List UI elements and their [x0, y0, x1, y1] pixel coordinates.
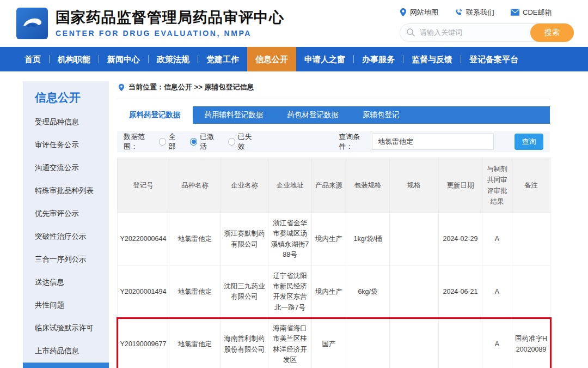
nav-item-5[interactable]: 信息公开 — [247, 47, 296, 71]
column-header-0: 登记号 — [118, 158, 169, 213]
table-cell-0-2: 浙江赛默制药有限公司 — [221, 213, 268, 266]
nav-item-0[interactable]: 首页 — [16, 47, 49, 71]
table-cell-2-0: Y20190009677 — [118, 318, 169, 368]
sidebar-item-11[interactable]: 原辅包登记信息 — [23, 363, 109, 368]
site-header: 国家药品监督管理局药品审评中心 CENTER FOR DRUG EVALUATI… — [0, 0, 588, 47]
scope-option-1[interactable]: 已激活 — [190, 132, 219, 152]
table-cell-0-9 — [512, 213, 550, 266]
site-title-block: 国家药品监督管理局药品审评中心 CENTER FOR DRUG EVALUATI… — [56, 9, 284, 38]
column-header-3: 企业地址 — [268, 158, 312, 213]
tab-3[interactable]: 原辅包登记 — [351, 106, 412, 124]
nav-item-6[interactable]: 申请人之窗 — [296, 47, 353, 71]
table-body: Y20220000644地氯雷他定浙江赛默制药有限公司浙江省金华市婺城区汤溪镇永… — [118, 213, 550, 368]
table-cell-1-6 — [390, 266, 439, 318]
sidebar-title: 信息公开 — [23, 81, 109, 111]
table-head: 登记号品种名称企业名称企业地址产品来源包装规格规格更新日期与制剂共同审评审批结果… — [118, 158, 550, 213]
sidebar-item-4[interactable]: 优先审评公示 — [23, 202, 109, 225]
query-button[interactable]: 查询 — [514, 134, 543, 150]
table-row-highlighted: Y20190009677地氯雷他定海南普利制药股份有限公司海南省海口市美兰区桂林… — [118, 318, 550, 368]
main-content: 当前位置：信息公开 >> 原辅包登记信息 原料药登记数据药用辅料登记数据药包材登… — [117, 81, 550, 368]
nav-item-9[interactable]: 登记备案平台 — [461, 47, 526, 71]
column-header-8: 与制剂共同审评审批结果 — [482, 158, 512, 213]
sidebar-item-5[interactable]: 突破性治疗公示 — [23, 225, 109, 248]
table-cell-0-3: 浙江省金华市婺城区汤溪镇永湖街788号 — [268, 213, 312, 266]
search-icon — [406, 28, 415, 37]
scope-option-2[interactable]: 已失效 — [228, 132, 257, 152]
site-subtitle: CENTER FOR DRUG EVALUATION, NMPA — [56, 29, 284, 38]
column-header-6: 规格 — [390, 158, 439, 213]
sidebar-item-9[interactable]: 临床试验默示许可 — [23, 317, 109, 340]
table-cell-0-6 — [390, 213, 439, 266]
table-cell-1-4: 境内生产 — [312, 266, 346, 318]
table-cell-2-4: 国产 — [312, 318, 346, 368]
tab-2[interactable]: 药包材登记数据 — [275, 106, 351, 124]
column-header-2: 企业名称 — [221, 158, 268, 213]
table-cell-1-2: 沈阳三九药业有限公司 — [221, 266, 268, 318]
table-cell-2-7 — [439, 318, 482, 368]
sitemap-link[interactable]: 网站地图 — [400, 8, 438, 17]
table-cell-2-6 — [390, 318, 439, 368]
table-cell-0-5: 1kg/袋/桶 — [346, 213, 390, 266]
sidebar-item-7[interactable]: 送达信息 — [23, 271, 109, 294]
sidebar-item-6[interactable]: 三合一序列公示 — [23, 248, 109, 271]
nav-item-7[interactable]: 办事服务 — [354, 47, 403, 71]
logo-swoosh-icon — [20, 11, 45, 36]
table-cell-1-3: 辽宁省沈阳市新民经济开发区东营北一路7号 — [268, 266, 312, 318]
table-cell-2-1: 地氯雷他定 — [169, 318, 221, 368]
nav-item-4[interactable]: 党建工作 — [198, 47, 247, 71]
table-cell-2-5 — [346, 318, 390, 368]
cde-mail-link[interactable]: CDE邮箱 — [511, 8, 552, 17]
table-cell-2-9: 国药准字H20020089 — [512, 318, 550, 368]
scope-radio-group: 全部已激活已失效 — [159, 132, 257, 152]
radio-icon[interactable] — [159, 138, 166, 146]
table-cell-1-1: 地氯雷他定 — [169, 266, 221, 318]
query-label: 查询条件： — [339, 132, 372, 152]
sitemap-label: 网站地图 — [410, 8, 438, 17]
envelope-icon — [511, 9, 519, 16]
table-cell-0-1: 地氯雷他定 — [169, 213, 221, 266]
sidebar-item-1[interactable]: 审评任务公示 — [23, 134, 109, 156]
breadcrumb-text: 当前位置：信息公开 >> 原辅包登记信息 — [128, 82, 254, 92]
table-cell-0-7: 2024-02-29 — [439, 213, 482, 266]
tab-1[interactable]: 药用辅料登记数据 — [193, 106, 275, 124]
table-cell-1-7: 2024-06-21 — [439, 266, 482, 318]
radio-label: 全部 — [169, 132, 182, 152]
location-pin-icon — [400, 8, 407, 16]
table-cell-0-8: A — [482, 213, 512, 266]
tab-0[interactable]: 原料药登记数据 — [117, 106, 193, 124]
table-cell-1-8: A — [482, 266, 512, 318]
table-cell-0-0: Y20220000644 — [118, 213, 169, 266]
table-cell-2-2: 海南普利制药股份有限公司 — [221, 318, 268, 368]
sidebar: 信息公开 受理品种信息审评任务公示沟通交流公示特殊审批品种列表优先审评公示突破性… — [23, 81, 109, 368]
breadcrumb: 当前位置：信息公开 >> 原辅包登记信息 — [117, 81, 550, 99]
table-cell-1-5: 6kg/袋 — [346, 266, 390, 318]
sidebar-item-0[interactable]: 受理品种信息 — [23, 111, 109, 134]
contact-link[interactable]: 联系我们 — [455, 8, 494, 17]
radio-icon[interactable] — [228, 138, 235, 146]
nav-item-2[interactable]: 新闻中心 — [99, 47, 148, 71]
table-row: Y20200001494地氯雷他定沈阳三九药业有限公司辽宁省沈阳市新民经济开发区… — [118, 266, 550, 318]
cde-logo — [16, 8, 48, 39]
nav-item-3[interactable]: 政策法规 — [149, 47, 198, 71]
table-cell-0-4: 境内生产 — [312, 213, 346, 266]
breadcrumb-pin-icon — [118, 83, 125, 92]
table-header-row: 登记号品种名称企业名称企业地址产品来源包装规格规格更新日期与制剂共同审评审批结果… — [118, 158, 550, 213]
table-row: Y20220000644地氯雷他定浙江赛默制药有限公司浙江省金华市婺城区汤溪镇永… — [118, 213, 550, 266]
radio-icon[interactable] — [190, 138, 197, 146]
scope-option-0[interactable]: 全部 — [159, 132, 181, 152]
nav-item-1[interactable]: 机构职能 — [50, 47, 99, 71]
column-header-5: 包装规格 — [346, 158, 390, 213]
quick-links: 网站地图 联系我们 CDE邮箱 — [400, 8, 552, 17]
query-input[interactable] — [372, 134, 494, 150]
search-button[interactable]: 搜索 — [530, 23, 574, 42]
sidebar-item-8[interactable]: 共性问题 — [23, 294, 109, 317]
sidebar-item-2[interactable]: 沟通交流公示 — [23, 156, 109, 179]
sidebar-item-3[interactable]: 特殊审批品种列表 — [23, 179, 109, 202]
sidebar-item-10[interactable]: 上市药品信息 — [23, 340, 109, 363]
table-cell-1-9 — [512, 266, 550, 318]
main-nav: 首页机构职能新闻中心政策法规党建工作信息公开申请人之窗办事服务监督与反馈登记备案… — [0, 47, 588, 71]
radio-label: 已激活 — [200, 132, 219, 152]
radio-label: 已失效 — [238, 132, 258, 152]
data-tabs: 原料药登记数据药用辅料登记数据药包材登记数据原辅包登记 — [117, 106, 550, 124]
nav-item-8[interactable]: 监督与反馈 — [403, 47, 461, 71]
